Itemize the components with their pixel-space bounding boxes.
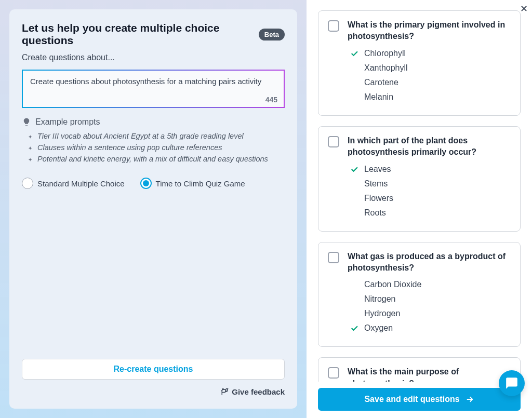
answer-item: Flowers: [348, 194, 511, 203]
answer-text: Oxygen: [364, 323, 393, 333]
answer-list: ChlorophyllXanthophyllCaroteneMelanin: [348, 49, 511, 102]
question-body: In which part of the plant does photosyn…: [348, 135, 511, 223]
subtitle: Create questions about...: [22, 53, 285, 62]
check-placeholder: [350, 294, 359, 304]
answer-item: Oxygen: [348, 323, 511, 333]
example-item: Tier III vocab about Ancient Egypt at a …: [37, 132, 285, 140]
example-item: Potential and kinetic energy, with a mix…: [37, 155, 285, 163]
radio-circle-selected: [140, 178, 152, 189]
examples-list: Tier III vocab about Ancient Egypt at a …: [22, 132, 285, 163]
radio-circle: [22, 178, 33, 189]
question-checkbox[interactable]: [328, 136, 339, 147]
radio-standard[interactable]: Standard Multiple Choice: [22, 178, 125, 189]
answer-text: Hydrogen: [364, 309, 400, 318]
answer-item: Hydrogen: [348, 309, 511, 318]
question-card: What gas is produced as a byproduct of p…: [318, 242, 521, 347]
examples-section: Example prompts Tier III vocab about Anc…: [22, 117, 285, 166]
recreate-button[interactable]: Re-create questions: [22, 359, 285, 380]
question-body: What is the primary pigment involved in …: [348, 19, 511, 107]
header-row: Let us help you create multiple choice q…: [22, 22, 285, 47]
arrow-right-icon: [465, 395, 474, 404]
prompt-text: Create questions about photosynthesis fo…: [30, 77, 276, 86]
answer-text: Xanthophyll: [364, 63, 408, 73]
answer-item: Nitrogen: [348, 294, 511, 304]
question-card: What is the primary pigment involved in …: [318, 10, 521, 116]
radio-dot: [143, 180, 149, 186]
thumbs-icon: [219, 387, 229, 396]
check-placeholder: [350, 179, 359, 188]
answer-item: Carotene: [348, 78, 511, 87]
check-placeholder: [350, 92, 359, 102]
answer-text: Carotene: [364, 78, 398, 87]
bottom-bar: Save and edit questions: [307, 382, 532, 418]
answer-item: Roots: [348, 208, 511, 218]
question-body: What gas is produced as a byproduct of p…: [348, 251, 511, 339]
save-button[interactable]: Save and edit questions: [318, 388, 521, 411]
right-panel: ✕ What is the primary pigment involved i…: [307, 0, 532, 418]
mode-selector: Standard Multiple Choice Time to Climb Q…: [22, 178, 285, 189]
prompt-card: Let us help you create multiple choice q…: [9, 9, 297, 409]
answer-text: Flowers: [364, 194, 393, 203]
question-text: What gas is produced as a byproduct of p…: [348, 251, 511, 274]
answer-item: Stems: [348, 179, 511, 188]
check-icon: [350, 323, 359, 333]
answer-list: LeavesStemsFlowersRoots: [348, 165, 511, 218]
answer-item: Xanthophyll: [348, 63, 511, 73]
radio-label-standard: Standard Multiple Choice: [37, 179, 125, 188]
answer-item: Carbon Dioxide: [348, 280, 511, 289]
question-card: What is the main purpose of photosynthes…: [318, 357, 521, 382]
answer-item: Chlorophyll: [348, 49, 511, 58]
chat-fab[interactable]: [499, 370, 525, 396]
char-count: 445: [265, 96, 277, 104]
check-placeholder: [350, 194, 359, 203]
answer-text: Stems: [364, 179, 388, 188]
question-body: What is the main purpose of photosynthes…: [348, 366, 511, 382]
question-checkbox[interactable]: [328, 252, 339, 263]
answer-text: Chlorophyll: [364, 49, 406, 58]
question-checkbox[interactable]: [328, 367, 339, 379]
feedback-label: Give feedback: [232, 387, 285, 396]
check-placeholder: [350, 280, 359, 289]
radio-climb[interactable]: Time to Climb Quiz Game: [140, 178, 245, 189]
answer-text: Nitrogen: [364, 294, 395, 304]
check-placeholder: [350, 63, 359, 73]
page-title: Let us help you create multiple choice q…: [22, 22, 259, 47]
beta-badge: Beta: [259, 29, 285, 41]
questions-list[interactable]: What is the primary pigment involved in …: [307, 0, 532, 382]
question-text: What is the main purpose of photosynthes…: [348, 366, 511, 382]
check-placeholder: [350, 208, 359, 218]
answer-item: Leaves: [348, 165, 511, 174]
example-item: Clauses within a sentence using pop cult…: [37, 143, 285, 152]
question-text: What is the primary pigment involved in …: [348, 19, 511, 43]
examples-title: Example prompts: [35, 117, 100, 127]
check-icon: [350, 165, 359, 174]
feedback-link[interactable]: Give feedback: [22, 387, 285, 396]
answer-text: Leaves: [364, 165, 391, 174]
chat-icon: [505, 376, 518, 390]
left-panel: Let us help you create multiple choice q…: [0, 0, 307, 418]
close-button[interactable]: ✕: [520, 3, 528, 15]
answer-text: Carbon Dioxide: [364, 280, 421, 289]
question-card: In which part of the plant does photosyn…: [318, 126, 521, 232]
examples-header: Example prompts: [22, 117, 285, 127]
question-text: In which part of the plant does photosyn…: [348, 135, 511, 158]
check-placeholder: [350, 309, 359, 318]
check-placeholder: [350, 78, 359, 87]
question-checkbox[interactable]: [328, 20, 339, 32]
save-label: Save and edit questions: [364, 395, 459, 404]
prompt-input[interactable]: Create questions about photosynthesis fo…: [22, 70, 285, 108]
answer-list: Carbon DioxideNitrogenHydrogenOxygen: [348, 280, 511, 333]
radio-label-climb: Time to Climb Quiz Game: [156, 179, 245, 188]
check-icon: [350, 49, 359, 58]
lightbulb-icon: [22, 117, 31, 127]
answer-text: Melanin: [364, 92, 393, 102]
answer-text: Roots: [364, 208, 386, 218]
answer-item: Melanin: [348, 92, 511, 102]
